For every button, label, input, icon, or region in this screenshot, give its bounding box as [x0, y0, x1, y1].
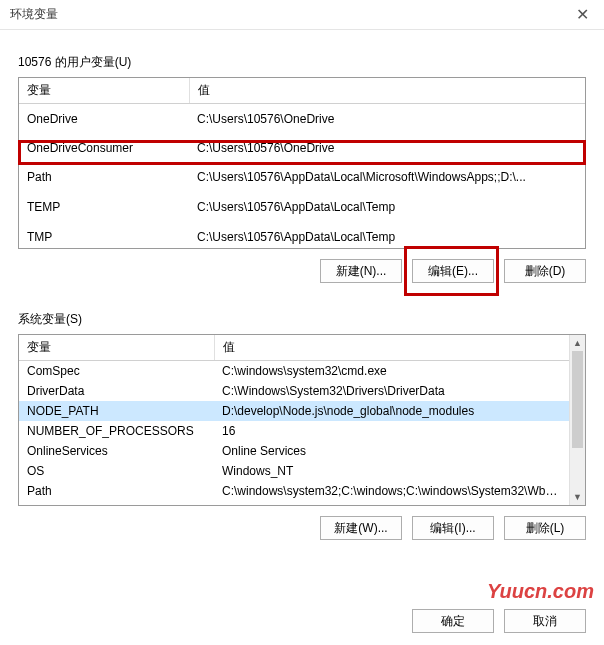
col-header-variable[interactable]: 变量 — [19, 78, 189, 104]
table-row[interactable]: NODE_PATHD:\develop\Node.js\node_global\… — [19, 401, 569, 421]
table-row[interactable]: TMPC:\Users\10576\AppData\Local\Temp — [19, 222, 585, 252]
system-edit-button[interactable]: 编辑(I)... — [412, 516, 494, 540]
scroll-thumb[interactable] — [572, 351, 583, 448]
system-vars-table-wrap: 变量 值 ComSpecC:\windows\system32\cmd.exe … — [18, 334, 586, 506]
table-row[interactable]: PathC:\Users\10576\AppData\Local\Microso… — [19, 163, 585, 193]
table-row[interactable]: PathC:\windows\system32;C:\windows;C:\wi… — [19, 481, 569, 501]
cancel-button[interactable]: 取消 — [504, 609, 586, 633]
titlebar: 环境变量 ✕ — [0, 0, 604, 30]
system-delete-button[interactable]: 删除(L) — [504, 516, 586, 540]
user-new-button[interactable]: 新建(N)... — [320, 259, 402, 283]
col-header-variable[interactable]: 变量 — [19, 335, 214, 361]
table-row[interactable]: OSWindows_NT — [19, 461, 569, 481]
system-vars-table[interactable]: 变量 值 ComSpecC:\windows\system32\cmd.exe … — [19, 335, 569, 501]
scroll-down-icon[interactable]: ▼ — [570, 489, 585, 505]
col-header-value[interactable]: 值 — [214, 335, 569, 361]
table-row[interactable]: OneDriveConsumerC:\Users\10576\OneDrive — [19, 133, 585, 163]
user-vars-label: 10576 的用户变量(U) — [18, 54, 586, 71]
table-row[interactable]: DriverDataC:\Windows\System32\Drivers\Dr… — [19, 381, 569, 401]
close-icon[interactable]: ✕ — [571, 5, 594, 24]
user-vars-table[interactable]: 变量 值 OneDriveC:\Users\10576\OneDrive One… — [19, 78, 585, 252]
ok-button[interactable]: 确定 — [412, 609, 494, 633]
window-title: 环境变量 — [10, 6, 571, 23]
system-new-button[interactable]: 新建(W)... — [320, 516, 402, 540]
user-vars-table-wrap: 变量 值 OneDriveC:\Users\10576\OneDrive One… — [18, 77, 586, 249]
table-row[interactable]: TEMPC:\Users\10576\AppData\Local\Temp — [19, 192, 585, 222]
table-row[interactable]: ComSpecC:\windows\system32\cmd.exe — [19, 361, 569, 381]
watermark: Yuucn.com — [487, 580, 594, 603]
col-header-value[interactable]: 值 — [189, 78, 585, 104]
scrollbar[interactable]: ▲ ▼ — [569, 335, 585, 505]
user-delete-button[interactable]: 删除(D) — [504, 259, 586, 283]
table-row[interactable]: NUMBER_OF_PROCESSORS16 — [19, 421, 569, 441]
table-row[interactable]: OnlineServicesOnline Services — [19, 441, 569, 461]
table-row[interactable]: OneDriveC:\Users\10576\OneDrive — [19, 104, 585, 134]
user-edit-button[interactable]: 编辑(E)... — [412, 259, 494, 283]
scroll-up-icon[interactable]: ▲ — [570, 335, 585, 351]
system-vars-label: 系统变量(S) — [18, 311, 586, 328]
